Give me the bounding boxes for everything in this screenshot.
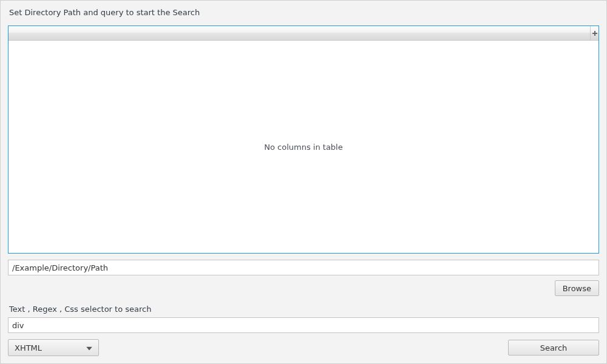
- mode-select[interactable]: XHTML: [8, 339, 99, 356]
- table-empty-label: No columns in table: [264, 143, 342, 152]
- chevron-down-icon: [86, 343, 92, 352]
- browse-button[interactable]: Browse: [555, 280, 599, 296]
- query-input[interactable]: [8, 317, 599, 333]
- query-label: Text , Regex , Css selector to search: [8, 305, 599, 314]
- search-button[interactable]: Search: [508, 340, 599, 356]
- mode-select-value: XHTML: [15, 343, 42, 352]
- search-panel: Set Directory Path and query to start th…: [0, 0, 607, 364]
- plus-icon: [592, 31, 597, 36]
- table-corner-button[interactable]: [590, 26, 599, 40]
- results-table[interactable]: No columns in table: [8, 25, 599, 254]
- table-header: [8, 26, 599, 41]
- directory-path-input[interactable]: [8, 260, 599, 275]
- table-body: No columns in table: [8, 41, 599, 253]
- panel-title: Set Directory Path and query to start th…: [8, 8, 599, 17]
